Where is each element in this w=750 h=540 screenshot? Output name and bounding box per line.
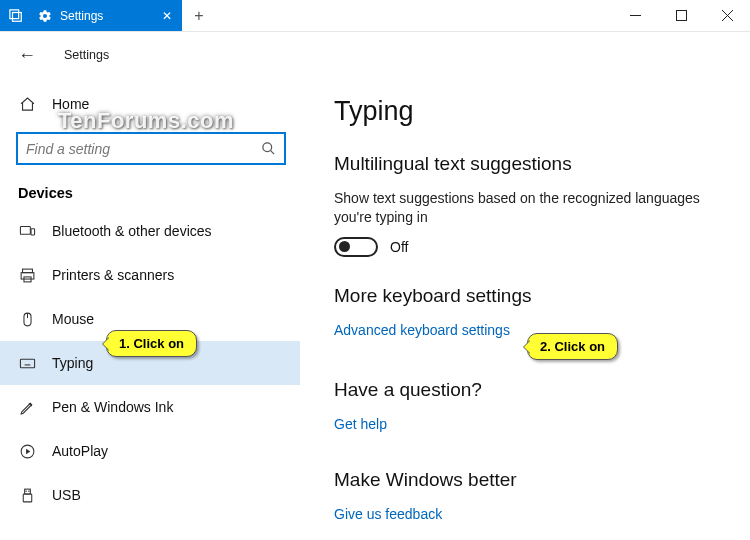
svg-rect-0 <box>10 9 19 18</box>
app-body: Home Devices Bluetooth & other devices P… <box>0 78 750 540</box>
title-bar: Settings ✕ + <box>0 0 750 32</box>
search-wrap <box>0 126 300 175</box>
tab-set-aside-icon[interactable] <box>0 0 32 31</box>
sidebar-item-printers[interactable]: Printers & scanners <box>0 253 300 297</box>
section-title-more-keyboard: More keyboard settings <box>334 285 716 307</box>
autoplay-icon <box>18 443 36 460</box>
pen-icon <box>18 399 36 416</box>
tab-close-button[interactable]: ✕ <box>162 9 172 23</box>
back-button[interactable]: ← <box>12 40 42 70</box>
sidebar-item-pen[interactable]: Pen & Windows Ink <box>0 385 300 429</box>
search-icon <box>261 141 276 156</box>
section-title-feedback: Make Windows better <box>334 469 716 491</box>
devices-icon <box>18 223 36 240</box>
sidebar-item-autoplay[interactable]: AutoPlay <box>0 429 300 473</box>
section-desc-multilingual: Show text suggestions based on the recog… <box>334 189 716 227</box>
toggle-multilingual[interactable] <box>334 237 378 257</box>
sidebar-category: Devices <box>0 175 300 209</box>
link-advanced-keyboard[interactable]: Advanced keyboard settings <box>334 322 510 338</box>
svg-rect-8 <box>20 226 30 234</box>
svg-rect-3 <box>676 11 686 21</box>
printer-icon <box>18 267 36 284</box>
svg-line-7 <box>270 150 274 154</box>
link-feedback[interactable]: Give us feedback <box>334 506 442 522</box>
svg-rect-1 <box>13 12 22 21</box>
tab-label: Settings <box>60 9 103 23</box>
sidebar-item-usb[interactable]: USB <box>0 473 300 517</box>
svg-rect-10 <box>22 269 32 273</box>
svg-point-6 <box>263 143 272 152</box>
sidebar-item-label: Home <box>52 96 89 112</box>
sidebar-item-label: Printers & scanners <box>52 267 174 283</box>
sidebar-item-home[interactable]: Home <box>0 82 300 126</box>
callout-2: 2. Click on <box>527 333 618 360</box>
sidebar-item-label: Bluetooth & other devices <box>52 223 212 239</box>
svg-rect-9 <box>31 228 35 234</box>
tab-strip: Settings ✕ + <box>0 0 216 31</box>
app-title: Settings <box>64 48 109 62</box>
page-title: Typing <box>334 96 716 127</box>
sidebar-item-label: Mouse <box>52 311 94 327</box>
callout-1: 1. Click on <box>106 330 197 357</box>
svg-rect-15 <box>20 359 34 368</box>
section-title-multilingual: Multilingual text suggestions <box>334 153 716 175</box>
section-title-question: Have a question? <box>334 379 716 401</box>
link-get-help[interactable]: Get help <box>334 416 387 432</box>
content-pane: Typing Multilingual text suggestions Sho… <box>300 78 750 540</box>
window-controls <box>612 0 750 31</box>
minimize-button[interactable] <box>612 0 658 31</box>
sidebar-item-bluetooth[interactable]: Bluetooth & other devices <box>0 209 300 253</box>
mouse-icon <box>18 311 36 328</box>
search-input-container[interactable] <box>16 132 286 165</box>
sidebar-item-label: USB <box>52 487 81 503</box>
usb-icon <box>18 487 36 504</box>
new-tab-button[interactable]: + <box>182 0 216 31</box>
toggle-knob <box>339 241 350 252</box>
app-header: ← Settings <box>0 32 750 78</box>
home-icon <box>18 96 36 113</box>
sidebar-item-label: Pen & Windows Ink <box>52 399 173 415</box>
keyboard-icon <box>18 355 36 372</box>
sidebar: Home Devices Bluetooth & other devices P… <box>0 78 300 540</box>
toggle-row-multilingual: Off <box>334 237 716 257</box>
svg-rect-22 <box>24 489 30 494</box>
gear-icon <box>38 9 52 23</box>
sidebar-item-label: Typing <box>52 355 93 371</box>
search-input[interactable] <box>26 141 261 157</box>
svg-rect-23 <box>23 494 32 502</box>
browser-tab-active[interactable]: Settings ✕ <box>32 0 182 31</box>
maximize-button[interactable] <box>658 0 704 31</box>
toggle-state-label: Off <box>390 239 408 255</box>
sidebar-item-label: AutoPlay <box>52 443 108 459</box>
close-button[interactable] <box>704 0 750 31</box>
svg-rect-11 <box>21 272 34 278</box>
